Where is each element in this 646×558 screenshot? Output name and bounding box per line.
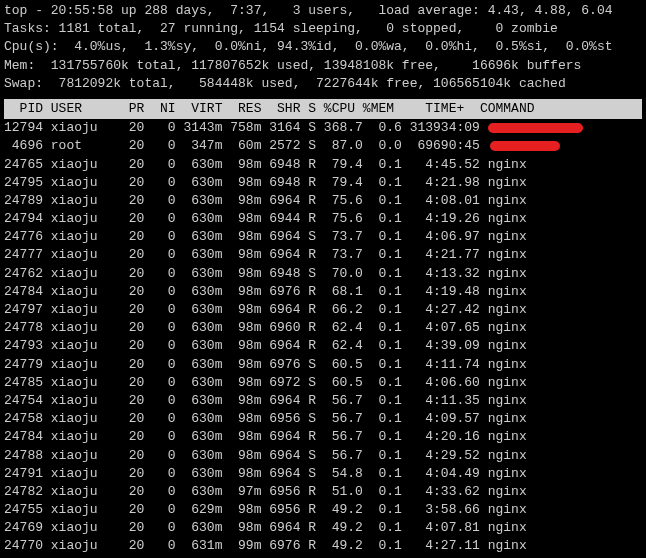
process-row: 24789 xiaoju 20 0 630m 98m 6964 R 75.6 0… xyxy=(4,192,642,210)
terminal-window: top - 20:55:58 up 288 days, 7:37, 3 user… xyxy=(0,0,646,558)
process-row: 24795 xiaoju 20 0 630m 98m 6948 R 79.4 0… xyxy=(4,174,642,192)
process-row: 24785 xiaoju 20 0 630m 98m 6972 S 60.5 0… xyxy=(4,374,642,392)
process-row: 24788 xiaoju 20 0 630m 98m 6964 S 56.7 0… xyxy=(4,447,642,465)
process-row: 24779 xiaoju 20 0 630m 98m 6976 S 60.5 0… xyxy=(4,356,642,374)
process-row: 24794 xiaoju 20 0 630m 98m 6944 R 75.6 0… xyxy=(4,210,642,228)
top-summary-tasks: Tasks: 1181 total, 27 running, 1154 slee… xyxy=(4,20,642,38)
process-row: 24784 xiaoju 20 0 630m 98m 6976 R 68.1 0… xyxy=(4,283,642,301)
process-row: 24769 xiaoju 20 0 630m 98m 6964 R 49.2 0… xyxy=(4,519,642,537)
process-row: 24793 xiaoju 20 0 630m 98m 6964 R 62.4 0… xyxy=(4,337,642,355)
process-row: 24754 xiaoju 20 0 630m 98m 6964 R 56.7 0… xyxy=(4,392,642,410)
process-row: 24797 xiaoju 20 0 630m 98m 6964 R 66.2 0… xyxy=(4,301,642,319)
process-row: 24776 xiaoju 20 0 630m 98m 6964 S 73.7 0… xyxy=(4,228,642,246)
top-summary-mem: Mem: 131755760k total, 117807652k used, … xyxy=(4,57,642,75)
process-row: 24791 xiaoju 20 0 630m 98m 6964 S 54.8 0… xyxy=(4,465,642,483)
process-row: 24777 xiaoju 20 0 630m 98m 6964 R 73.7 0… xyxy=(4,246,642,264)
process-row: 24758 xiaoju 20 0 630m 98m 6956 S 56.7 0… xyxy=(4,410,642,428)
process-row: 4696 root 20 0 347m 60m 2572 S 87.0 0.0 … xyxy=(4,137,642,155)
redacted-command xyxy=(488,123,583,133)
process-row: 24755 xiaoju 20 0 629m 98m 6956 R 49.2 0… xyxy=(4,501,642,519)
process-row: 24778 xiaoju 20 0 630m 98m 6960 R 62.4 0… xyxy=(4,319,642,337)
column-header-row: PID USER PR NI VIRT RES SHR S %CPU %MEM … xyxy=(4,99,642,119)
process-row: 12794 xiaoju 20 0 3143m 758m 3164 S 368.… xyxy=(4,119,642,137)
process-row: 24784 xiaoju 20 0 630m 98m 6964 R 56.7 0… xyxy=(4,428,642,446)
redacted-command xyxy=(490,141,560,151)
top-summary-cpu: Cpu(s): 4.0%us, 1.3%sy, 0.0%ni, 94.3%id,… xyxy=(4,38,642,56)
top-summary-swap: Swap: 7812092k total, 584448k used, 7227… xyxy=(4,75,642,93)
top-summary-uptime: top - 20:55:58 up 288 days, 7:37, 3 user… xyxy=(4,2,642,20)
process-row: 24765 xiaoju 20 0 630m 98m 6948 R 79.4 0… xyxy=(4,156,642,174)
process-row: 24770 xiaoju 20 0 631m 99m 6976 R 49.2 0… xyxy=(4,537,642,555)
process-row: 24762 xiaoju 20 0 630m 98m 6948 S 70.0 0… xyxy=(4,265,642,283)
process-row: 24782 xiaoju 20 0 630m 97m 6956 R 51.0 0… xyxy=(4,483,642,501)
process-list: 12794 xiaoju 20 0 3143m 758m 3164 S 368.… xyxy=(4,119,642,558)
